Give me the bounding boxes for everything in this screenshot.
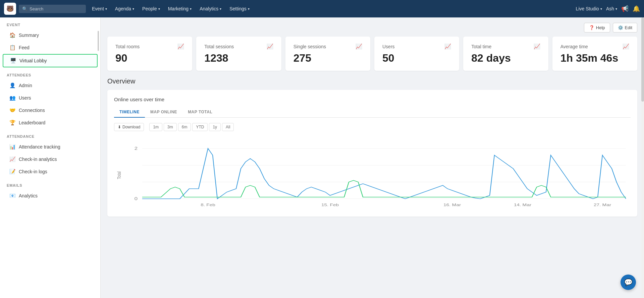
stat-users-value: 50 [382,52,451,64]
tab-timeline[interactable]: TIMELINE [114,107,145,118]
sidebar-item-users-label: Users [19,95,31,101]
sidebar-item-email-analytics-label: Analytics [19,193,38,198]
sidebar-item-email-analytics[interactable]: 📧 Analytics [3,190,98,202]
svg-text:0: 0 [135,197,138,201]
stats-row: Total rooms 📈 90 Total sessions 📈 1238 S… [107,37,637,71]
live-studio-button[interactable]: Live Studio ▾ [576,6,602,11]
time-filters: 1m 3m 6m YTD 1y All [149,123,234,131]
download-button[interactable]: ⬇ Download [114,123,144,131]
attendance-tracking-icon: 📊 [9,144,15,150]
chart-icon: 📈 [356,43,362,50]
sidebar-item-leaderboard[interactable]: 🏆 Leaderboard [3,117,98,129]
download-label: Download [122,125,140,129]
filter-3m[interactable]: 3m [164,123,177,131]
leaderboard-icon: 🏆 [9,120,15,126]
home-icon: 🏠 [9,32,15,38]
sidebar-item-checkin-analytics[interactable]: 📈 Check-in analytics [3,153,98,165]
chat-button[interactable]: 💬 [621,275,636,290]
email-analytics-icon: 📧 [9,193,15,199]
stat-card-total-sessions: Total sessions 📈 1238 [196,37,281,71]
nav-marketing[interactable]: Marketing ▾ [165,4,195,13]
chart-icon: 📈 [177,43,184,50]
svg-text:2: 2 [135,146,138,151]
nav-menu: Event ▾ Agenda ▾ People ▾ Marketing ▾ An… [89,4,573,13]
filter-1m[interactable]: 1m [149,123,162,131]
admin-icon: 👤 [9,82,15,88]
sidebar-item-attendance-tracking[interactable]: 📊 Attendance tracking [3,141,98,153]
sidebar-section-event: EVENT [0,17,100,29]
main-content: ❓ Help ⚙️ Edit Total rooms 📈 90 Total se… [101,17,644,298]
chart-container: 2 0 Total 8. Feb 15. Feb 16. Mar 14. Mar… [114,135,631,210]
filter-1y[interactable]: 1y [209,123,221,131]
edit-button[interactable]: ⚙️ Edit [613,23,637,33]
stat-card-users: Users 📈 50 [374,37,459,71]
search-box[interactable]: 🔍 Search [19,5,86,13]
svg-text:15. Feb: 15. Feb [321,203,339,207]
stat-single-sessions-value: 275 [293,52,362,64]
chart-title: Online users over time [114,97,631,102]
checkin-logs-icon: 📝 [9,169,15,175]
tab-map-total[interactable]: MAP TOTAL [182,107,218,118]
sidebar-item-connections[interactable]: 🤝 Connections [3,104,98,116]
sidebar-item-summary-label: Summary [19,33,39,38]
nav-settings[interactable]: Settings ▾ [226,4,253,13]
nav-agenda-label: Agenda [115,6,131,11]
sidebar-item-attendance-tracking-label: Attendance tracking [19,144,60,150]
chevron-down-icon: ▾ [220,7,221,11]
chart-icon: 📈 [267,43,273,50]
sidebar-item-users[interactable]: 👥 Users [3,92,98,104]
nav-settings-label: Settings [229,6,247,11]
edit-icon: ⚙️ [618,25,623,30]
sidebar-item-feed[interactable]: 📋 Feed [3,42,98,54]
edit-label: Edit [625,25,632,30]
stat-card-single-sessions: Single sessions 📈 275 [285,37,370,71]
chart-icon: 📈 [534,43,540,50]
stat-total-time-label: Total time [471,44,491,49]
sidebar-item-admin[interactable]: 👤 Admin [3,79,98,92]
nav-right: Live Studio ▾ Ash ▾ 📢 🔔 [576,5,640,12]
scrollbar [98,31,99,51]
chevron-down-icon: ▾ [158,7,160,11]
stat-card-total-time: Total time 📈 82 days [463,37,548,71]
tab-map-online[interactable]: MAP ONLINE [145,107,182,118]
feed-icon: 📋 [9,45,15,51]
stat-users-label: Users [382,44,395,49]
user-menu[interactable]: Ash ▾ [606,6,617,11]
stat-total-sessions-value: 1238 [204,52,273,64]
svg-text:16. Mar: 16. Mar [443,203,461,207]
nav-people[interactable]: People ▾ [139,4,163,13]
scrollbar-thumb [641,17,644,102]
nav-event[interactable]: Event ▾ [89,4,110,13]
top-navigation: 🐻 🔍 Search Event ▾ Agenda ▾ People ▾ Mar… [0,0,644,17]
user-name-label: Ash [606,6,614,11]
sidebar-item-checkin-logs[interactable]: 📝 Check-in logs [3,166,98,178]
live-studio-label: Live Studio [576,6,599,11]
filter-6m[interactable]: 6m [178,123,191,131]
main-scrollbar[interactable] [641,17,644,298]
chart-icon: 📈 [444,43,451,50]
chevron-down-icon: ▾ [132,7,134,11]
sidebar-item-summary[interactable]: 🏠 Summary [3,29,98,41]
notification-bell-icon[interactable]: 🔔 [633,5,640,12]
filter-ytd[interactable]: YTD [192,123,208,131]
sidebar-item-checkin-logs-label: Check-in logs [19,169,47,174]
chart-tabs: TIMELINE MAP ONLINE MAP TOTAL [114,107,631,118]
nav-analytics[interactable]: Analytics ▾ [196,4,225,13]
megaphone-icon[interactable]: 📢 [621,5,629,12]
nav-agenda[interactable]: Agenda ▾ [112,4,138,13]
sidebar-section-emails: EMAILS [0,178,100,189]
svg-text:14. Mar: 14. Mar [514,203,532,207]
monitor-icon: 🖥️ [10,58,16,64]
filter-all[interactable]: All [222,123,234,131]
help-icon: ❓ [589,25,594,30]
sidebar-item-checkin-analytics-label: Check-in analytics [19,157,57,162]
sidebar-item-virtual-lobby[interactable]: 🖥️ Virtual Lobby [3,54,98,67]
chart-toolbar: ⬇ Download 1m 3m 6m YTD 1y All [114,123,631,131]
search-icon: 🔍 [22,6,28,11]
connections-icon: 🤝 [9,107,15,113]
nav-people-label: People [142,6,157,11]
app-logo[interactable]: 🐻 [4,3,16,15]
stat-single-sessions-label: Single sessions [293,44,326,49]
help-button[interactable]: ❓ Help [584,23,610,33]
stat-card-total-rooms: Total rooms 📈 90 [107,37,192,71]
